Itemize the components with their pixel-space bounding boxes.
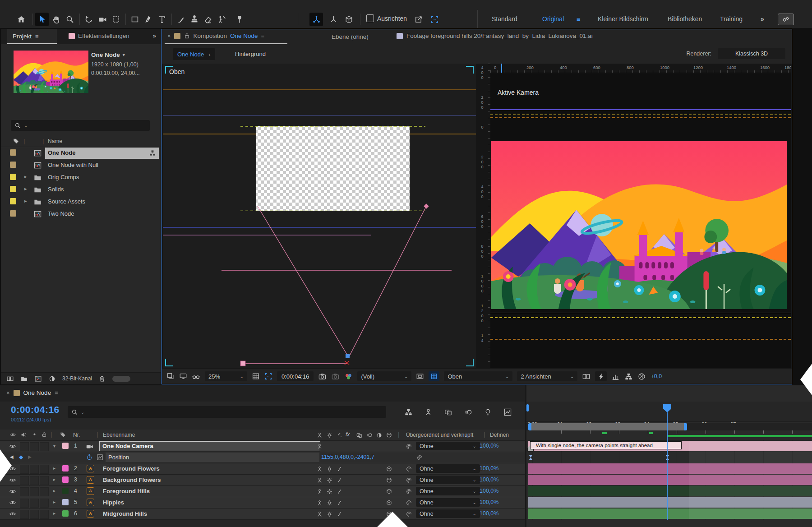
quality-switch[interactable] <box>336 510 343 518</box>
stretch-value[interactable]: 100,0% <box>480 499 498 505</box>
workspace-menu-icon[interactable]: ≡ <box>577 15 581 23</box>
timeline-graph-area[interactable]: 0:00s 01s 02s 03s 04s 05s 06s 07s <box>525 385 812 527</box>
new-folder-icon[interactable] <box>20 375 28 383</box>
cube-3d-switch[interactable] <box>385 465 392 472</box>
align-checkbox[interactable] <box>366 14 374 22</box>
rasterize-switch[interactable] <box>326 476 333 484</box>
next-keyframe-button[interactable]: ▶ <box>28 454 32 459</box>
timeline-panel-icon[interactable] <box>611 372 620 381</box>
breadcrumb-parent[interactable]: Hintergrund <box>235 51 266 57</box>
work-area-in-marker[interactable] <box>526 404 529 411</box>
stopwatch-icon[interactable] <box>86 453 93 461</box>
stretch-value[interactable]: 100,0% <box>480 510 498 517</box>
breadcrumb-back-icon[interactable]: ‹ <box>208 51 210 58</box>
panel-menu-icon[interactable]: ≡ <box>35 33 39 40</box>
label-chip[interactable] <box>10 210 16 217</box>
parent-column-header[interactable]: Übergeordnet und verknüpft <box>406 432 473 438</box>
search-options-caret[interactable]: ⌄ <box>81 410 84 415</box>
solo-column-icon[interactable] <box>31 431 38 437</box>
pickwhip-icon[interactable] <box>405 488 412 495</box>
shy-column-icon[interactable] <box>316 431 323 439</box>
frame-blend-toggle-icon[interactable] <box>444 408 452 416</box>
cube-3d-switch[interactable] <box>385 499 392 506</box>
tab-effekteinstellungen[interactable]: Effekteinstellungen <box>69 32 129 39</box>
view-active-camera[interactable]: 0 200 400 600 800 1000 1200 1400 1600 18… <box>490 64 791 369</box>
cube-3d-switch[interactable] <box>385 476 392 484</box>
hand-tool[interactable] <box>50 13 63 26</box>
label-chip[interactable] <box>62 510 69 517</box>
label-chip[interactable] <box>10 162 16 168</box>
project-item-orig-comps[interactable]: ▸ Orig Comps <box>1 171 160 184</box>
timeline-search-input[interactable]: ⌄ <box>68 406 386 418</box>
vertical-ruler[interactable]: 400 200 0 200 400 600 800 1000 1200 14 <box>476 64 491 369</box>
project-item-one-node[interactable]: One Node <box>1 147 160 159</box>
lock-icon[interactable] <box>184 32 190 39</box>
workspace-bibliotheken[interactable]: Bibliotheken <box>668 15 702 23</box>
layer-name-field-selected[interactable]: One Node Camera <box>99 441 320 451</box>
shy-switch[interactable] <box>316 443 323 450</box>
layer-name[interactable]: Midground Hills <box>103 510 147 517</box>
eye-icon[interactable] <box>9 443 16 450</box>
rasterize-switch[interactable] <box>326 510 333 518</box>
tab-projekt[interactable]: Projekt ≡ <box>7 29 57 44</box>
eye-icon[interactable] <box>9 488 16 495</box>
name-column-header[interactable]: Ebenenname <box>103 432 135 438</box>
layer-name[interactable]: Hippies <box>103 499 124 506</box>
layer-row-background-flowers[interactable]: ▸ 3 A Background Flowers Ohne⌄ 100,0% <box>0 475 525 486</box>
shy-switch[interactable] <box>316 476 323 484</box>
parent-dropdown[interactable]: Ohne⌄ <box>416 509 480 518</box>
view-dropdown[interactable]: Oben⌄ <box>444 371 512 381</box>
stretch-column-header[interactable]: Dehnen <box>490 432 509 438</box>
type-tool[interactable] <box>155 13 169 26</box>
tab-composition[interactable]: × Komposition One Node ≡ <box>167 32 264 39</box>
eye-icon[interactable] <box>9 499 16 506</box>
stretch-value[interactable]: 100,0% <box>480 443 498 449</box>
exposure-value[interactable]: +0,0 <box>651 373 662 379</box>
brainstorm-icon[interactable] <box>484 408 492 416</box>
motion-blur-toggle-icon[interactable] <box>464 408 472 416</box>
more-tabs-icon[interactable]: » <box>153 32 156 39</box>
home-tool[interactable] <box>14 13 28 26</box>
expander-icon[interactable]: ▸ <box>53 488 55 493</box>
shy-switch[interactable] <box>316 488 323 495</box>
eraser-tool[interactable] <box>201 13 215 26</box>
orbit-tool[interactable] <box>82 13 96 26</box>
pen-tool[interactable] <box>142 13 155 26</box>
quality-switch[interactable] <box>336 465 343 472</box>
add-keyframe-button[interactable]: ◆ <box>19 454 23 460</box>
expander-icon[interactable]: ▾ <box>53 444 55 448</box>
expander-icon[interactable]: ▸ <box>24 198 27 204</box>
motion-blur-column-icon[interactable] <box>365 431 373 439</box>
label-chip[interactable] <box>10 149 16 156</box>
fast-previews-icon[interactable] <box>595 371 607 381</box>
selection-box-button[interactable] <box>428 13 441 26</box>
region-render-icon[interactable] <box>416 372 424 380</box>
pickwhip-icon[interactable] <box>405 476 412 484</box>
layer-row-foreground-hills[interactable]: ▸ 4 A Foreground Hills Ohne⌄ 100,0% <box>0 486 525 497</box>
label-chip[interactable] <box>10 186 16 192</box>
layer-name[interactable]: Foreground Hills <box>103 488 150 495</box>
zoom-tool[interactable] <box>63 13 77 26</box>
label-chip[interactable] <box>10 174 16 180</box>
work-area-track[interactable] <box>526 423 812 430</box>
resolution-dropdown[interactable]: (Voll)⌄ <box>357 371 411 381</box>
expander-icon[interactable]: ▸ <box>24 174 27 180</box>
parent-dropdown[interactable]: Ohne⌄ <box>416 498 480 507</box>
close-icon[interactable]: × <box>167 32 171 39</box>
project-item-solids[interactable]: ▸ Solids <box>1 184 160 196</box>
shy-switch[interactable] <box>316 510 323 518</box>
work-area-bar[interactable] <box>528 423 687 430</box>
adjust-icon[interactable] <box>48 375 56 383</box>
pan-behind-tool[interactable] <box>109 13 123 26</box>
show-snapshot-icon[interactable] <box>331 372 340 381</box>
layer-row-midground-hills[interactable]: ▸ 6 A Midground Hills Ohne⌄ 100,0% <box>0 509 525 520</box>
parent-dropdown[interactable]: Ohne⌄ <box>416 442 480 450</box>
work-area-end-handle[interactable] <box>684 423 687 430</box>
panel-menu-icon[interactable]: ≡ <box>55 389 58 396</box>
expander-icon[interactable]: ▸ <box>53 499 55 504</box>
snap-align-control[interactable]: Ausrichten <box>366 14 407 22</box>
local-axis-mode[interactable] <box>309 13 323 26</box>
work-area-start-handle[interactable] <box>528 423 531 430</box>
rasterize-column-icon[interactable] <box>326 431 333 439</box>
pickwhip-icon[interactable] <box>405 443 412 450</box>
